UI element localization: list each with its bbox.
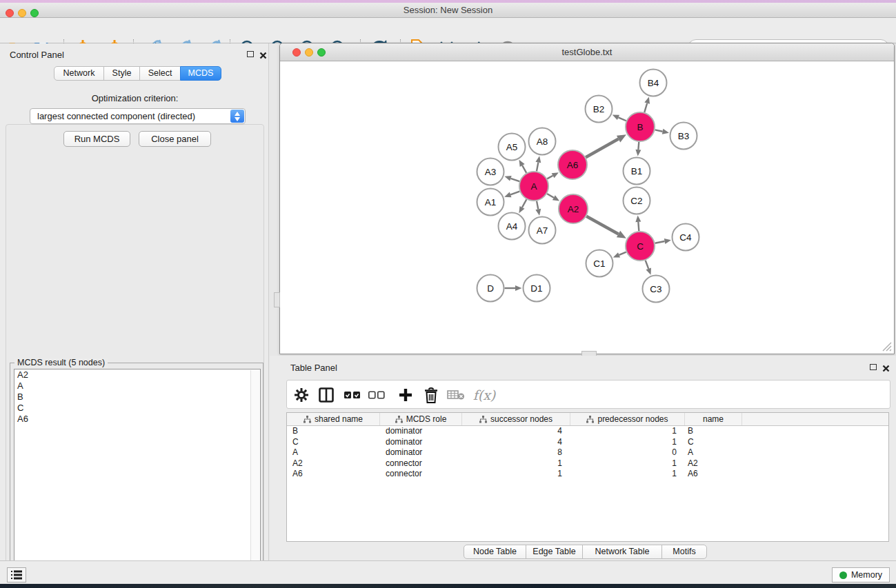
network-view-window[interactable]: testGlobe.txt B4B2BB3A8A5A6B1A3AC2A1A2A4… (279, 43, 895, 354)
table-row[interactable]: Adominator80A (287, 447, 888, 458)
table-cell: connector (380, 458, 462, 469)
graph-edge[interactable] (618, 117, 626, 121)
graph-edge[interactable] (510, 192, 519, 195)
graph-edge[interactable] (655, 130, 663, 131)
graph-node-label: C1 (593, 258, 605, 269)
graph-node-label: A2 (568, 204, 579, 214)
tab-network[interactable]: Network (54, 66, 104, 81)
table-cell: dominator (380, 426, 462, 437)
column-header-mcds-role[interactable]: MCDS role (380, 413, 462, 425)
table-cell: dominator (380, 447, 462, 458)
float-panel-icon[interactable] (247, 51, 254, 57)
graph-edge[interactable] (537, 162, 538, 171)
graph-node-label: C3 (650, 284, 661, 294)
graph-edge[interactable] (644, 103, 647, 112)
add-column-icon[interactable] (395, 385, 416, 405)
toggle-panel-icon[interactable] (316, 385, 337, 405)
network-window-titlebar[interactable]: testGlobe.txt (280, 43, 894, 61)
graph-edge[interactable] (638, 142, 639, 150)
table-cell: 1 (570, 458, 685, 469)
table-cell: 1 (570, 426, 685, 437)
graph-node-label: A4 (506, 221, 518, 232)
table-row[interactable]: Cdominator41C (287, 437, 888, 448)
graph-edge[interactable] (547, 176, 552, 179)
graph-edge[interactable] (646, 261, 649, 269)
edge-arrowhead (535, 209, 541, 216)
edge-arrowhead (535, 156, 541, 163)
graph-edge[interactable] (586, 139, 618, 158)
resize-grip-icon[interactable] (882, 342, 892, 352)
splitter-handle-vertical[interactable] (274, 292, 280, 307)
select-all-columns-icon[interactable] (342, 385, 363, 405)
tab-style[interactable]: Style (103, 66, 140, 81)
tab-select[interactable]: Select (139, 66, 181, 81)
zoom-window-button[interactable] (30, 9, 39, 17)
column-header-successor-nodes[interactable]: successor nodes (462, 413, 570, 425)
delete-column-icon[interactable] (421, 385, 441, 405)
table-cell: 0 (570, 447, 685, 458)
graph-edge[interactable] (522, 165, 526, 173)
table-cell: C (685, 437, 742, 448)
mcds-result-list[interactable]: A2ABCA6 (14, 369, 261, 588)
tab-mcds[interactable]: MCDS (180, 66, 221, 81)
table-row[interactable]: A2connector11A2 (287, 458, 888, 469)
table-cell: A (685, 447, 742, 458)
close-window-button[interactable] (292, 48, 301, 57)
minimize-window-button[interactable] (18, 9, 26, 17)
close-panel-icon[interactable] (259, 50, 267, 62)
table-row[interactable]: A6connector11A6 (287, 469, 888, 480)
attribute-tree-icon (586, 416, 594, 423)
graph-node-label: C (637, 241, 644, 252)
float-panel-icon[interactable] (870, 364, 877, 370)
mcds-result-item[interactable]: A6 (14, 414, 260, 425)
mcds-result-item[interactable]: A2 (14, 369, 260, 381)
control-panel-title: Control Panel (10, 50, 64, 60)
tab-motifs[interactable]: Motifs (661, 545, 707, 559)
tab-node-table[interactable]: Node Table (464, 545, 526, 559)
mcds-result-group: MCDS result (5 nodes) A2ABCA6 (10, 363, 263, 588)
table-settings-icon[interactable] (291, 385, 312, 405)
minimize-window-button[interactable] (305, 48, 313, 57)
graph-edge[interactable] (547, 194, 554, 198)
close-window-button[interactable] (6, 9, 14, 17)
function-builder-icon[interactable]: f(x) (470, 385, 498, 405)
graph-node-label: C4 (679, 232, 692, 243)
criterion-dropdown[interactable]: largest connected component (directed) (30, 108, 246, 124)
mcds-result-item[interactable]: A (14, 381, 260, 392)
graph-edge[interactable] (638, 222, 639, 231)
graph-node-label: A3 (485, 167, 497, 177)
delete-table-icon[interactable] (446, 385, 466, 405)
table-row[interactable]: Bdominator41B (287, 426, 888, 437)
close-panel-button[interactable]: Close panel (139, 131, 211, 147)
tab-edge-table[interactable]: Edge Table (526, 545, 583, 559)
graph-edge[interactable] (619, 252, 626, 255)
dropdown-stepper-icon (230, 110, 244, 123)
column-header-predecessor-nodes[interactable]: predecessor nodes (570, 413, 685, 425)
control-panel: Control Panel Network Style Select MCDS … (0, 43, 269, 560)
mcds-result-item[interactable]: C (14, 403, 260, 414)
graph-edge[interactable] (537, 201, 538, 210)
scrollbar-track[interactable] (250, 370, 259, 588)
column-header-shared-name[interactable]: shared name (287, 413, 380, 425)
run-mcds-button[interactable]: Run MCDS (63, 131, 130, 147)
graph-edge[interactable] (655, 241, 665, 243)
table-rows: Bdominator41BCdominator41CAdominator80AA… (287, 426, 888, 480)
column-header-name[interactable]: name (685, 413, 742, 425)
task-history-button[interactable] (7, 567, 26, 582)
network-canvas-svg[interactable]: B4B2BB3A8A5A6B1A3AC2A1A2A4A7C4CC1DD1C3 (280, 61, 894, 354)
column-header-empty (742, 413, 888, 425)
deselect-all-columns-icon[interactable] (366, 385, 387, 405)
graph-node-label: A1 (485, 197, 497, 207)
zoom-window-button[interactable] (317, 48, 326, 57)
graph-edge[interactable] (510, 179, 519, 181)
close-panel-icon[interactable] (882, 363, 890, 375)
mcds-result-item[interactable]: B (14, 392, 260, 403)
table-cell: A6 (287, 469, 380, 480)
memory-button[interactable]: Memory (832, 567, 890, 582)
app-titlebar[interactable]: Session: New Session (0, 3, 896, 18)
graph-edge[interactable] (522, 199, 526, 207)
criterion-dropdown-value: largest connected component (directed) (37, 111, 195, 121)
graph-edge[interactable] (586, 216, 618, 234)
tab-network-table[interactable]: Network Table (582, 545, 662, 559)
node-table: shared name MCDS role successor nodes pr… (286, 412, 889, 542)
